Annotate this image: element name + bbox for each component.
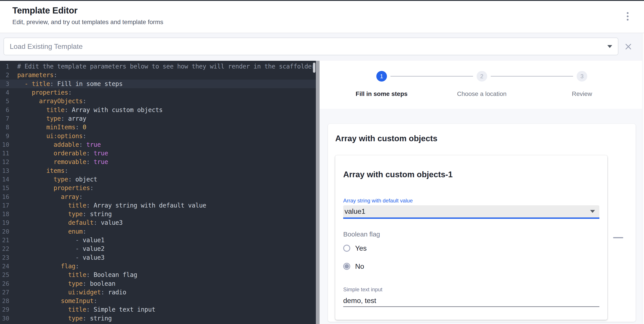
kebab-dot (627, 12, 628, 14)
line-number: 11 (0, 150, 9, 157)
text-input-value: demo, test (343, 296, 600, 304)
code-text: properties: (17, 89, 72, 96)
line-number: 16 (0, 193, 9, 200)
more-options-button[interactable] (623, 12, 632, 21)
code-line-10[interactable]: 10 addable: true (0, 140, 316, 149)
code-line-7[interactable]: 7 type: array (0, 114, 316, 123)
code-line-3[interactable]: 3 - title: Fill in some steps (0, 80, 316, 88)
line-number: 7 (0, 115, 9, 122)
code-line-17[interactable]: 17 title: Array string with default valu… (0, 201, 316, 210)
code-text: title: Boolean flag (17, 271, 137, 278)
code-line-20[interactable]: 20 enum: (0, 227, 316, 236)
code-line-21[interactable]: 21 - value1 (0, 236, 316, 244)
code-line-25[interactable]: 25 title: Boolean flag (0, 270, 316, 279)
stepper-step-2[interactable]: 2Choose a location (432, 71, 532, 98)
code-text: enum: (17, 228, 86, 235)
code-line-15[interactable]: 15 properties: (0, 184, 316, 192)
field-label: Simple text input (343, 286, 600, 293)
code-line-9[interactable]: 9 ui:options: (0, 132, 316, 140)
array-item-title: Array with custom objects-1 (343, 155, 600, 180)
code-text: items: (17, 167, 68, 174)
array-item-card: Array with custom objects-1 Array string… (335, 155, 607, 320)
step-number-badge: 2 (476, 71, 487, 82)
load-existing-template-select[interactable]: Load Existing Template (4, 38, 618, 55)
radio-option-no[interactable]: No (343, 262, 600, 271)
split-pane-divider[interactable] (316, 61, 320, 324)
code-line-28[interactable]: 28 someInput: (0, 296, 316, 305)
line-number: 10 (0, 141, 9, 148)
code-line-8[interactable]: 8 minItems: 0 (0, 123, 316, 132)
code-line-12[interactable]: 12 removable: true (0, 158, 316, 166)
stepper: 1Fill in some steps2Choose a location3Re… (320, 61, 644, 109)
code-line-4[interactable]: 4 properties: (0, 88, 316, 97)
kebab-dot (627, 19, 628, 21)
form-section-card: Array with custom objects Array with cus… (328, 124, 636, 322)
code-line-18[interactable]: 18 type: string (0, 210, 316, 218)
code-text: - title: Fill in some steps (17, 80, 122, 88)
remove-array-item-button[interactable] (613, 232, 624, 243)
step-label: Review (572, 90, 592, 98)
code-line-26[interactable]: 26 type: boolean (0, 279, 316, 288)
code-text: minItems: 0 (17, 124, 86, 131)
stepper-step-3[interactable]: 3Review (532, 71, 632, 98)
code-line-29[interactable]: 29 title: Simple text input (0, 305, 316, 314)
code-line-16[interactable]: 16 array: (0, 192, 316, 201)
code-text: arrayObjects: (17, 98, 86, 105)
line-number: 12 (0, 158, 9, 165)
code-line-2[interactable]: 2parameters: (0, 71, 316, 79)
radio-selected-icon (343, 263, 350, 270)
code-text: flag: (17, 262, 79, 270)
code-text: orderable: true (17, 150, 108, 157)
remove-minus-icon (613, 237, 623, 238)
code-line-22[interactable]: 22 - value2 (0, 244, 316, 253)
line-number: 6 (0, 107, 9, 113)
field-boolean-flag: Boolean flag YesNo (343, 230, 600, 271)
code-line-1[interactable]: 1# Edit the template parameters below to… (0, 62, 316, 71)
code-text: title: Simple text input (17, 306, 155, 313)
form-section-title: Array with custom objects (335, 134, 629, 144)
code-line-24[interactable]: 24 flag: (0, 262, 316, 270)
radio-option-yes[interactable]: Yes (343, 244, 600, 253)
code-text: parameters: (17, 71, 57, 79)
code-text: title: Array string with default value (17, 202, 206, 209)
line-number: 2 (0, 72, 9, 79)
line-number: 18 (0, 211, 9, 217)
line-number: 25 (0, 271, 9, 278)
simple-text-input[interactable]: demo, test (343, 296, 600, 307)
app-header: Template Editor Edit, preview, and try o… (0, 1, 644, 33)
line-number: 15 (0, 185, 9, 191)
field-array-string: Array string with default value value1 (343, 197, 600, 219)
code-line-13[interactable]: 13 items: (0, 166, 316, 175)
page-scrollbar-track[interactable] (642, 33, 644, 324)
line-number: 26 (0, 280, 9, 287)
step-number-badge: 1 (376, 71, 387, 82)
code-line-19[interactable]: 19 default: value3 (0, 218, 316, 227)
line-number: 29 (0, 306, 9, 313)
kebab-dot (627, 16, 628, 17)
editor-scrollbar-thumb[interactable] (313, 63, 315, 73)
code-line-30[interactable]: 30 type: string (0, 314, 316, 323)
close-button[interactable] (624, 43, 632, 51)
code-line-23[interactable]: 23 - value3 (0, 253, 316, 262)
yaml-code-editor[interactable]: 1# Edit the template parameters below to… (0, 61, 316, 324)
stepper-steps: 1Fill in some steps2Choose a location3Re… (332, 71, 632, 98)
editor-lines: 1# Edit the template parameters below to… (0, 62, 316, 323)
line-number: 4 (0, 89, 9, 96)
code-text: ui:options: (17, 132, 86, 140)
close-icon (624, 43, 632, 51)
array-string-select[interactable]: value1 (343, 205, 600, 219)
array-item-row: Array with custom objects-1 Array string… (335, 155, 629, 320)
radio-option-label: No (355, 262, 364, 271)
code-line-27[interactable]: 27 ui:widget: radio (0, 288, 316, 296)
form-area: Array with custom objects Array with cus… (320, 109, 644, 322)
code-line-14[interactable]: 14 type: object (0, 175, 316, 184)
remove-item-column (607, 155, 629, 320)
code-line-6[interactable]: 6 title: Array with custom objects (0, 105, 316, 114)
line-number: 3 (0, 81, 9, 87)
code-line-5[interactable]: 5 arrayObjects: (0, 97, 316, 105)
code-line-11[interactable]: 11 orderable: true (0, 149, 316, 158)
code-text: - value3 (17, 254, 104, 261)
stepper-connector (491, 76, 573, 77)
step-label: Fill in some steps (356, 90, 408, 98)
stepper-step-1[interactable]: 1Fill in some steps (332, 71, 432, 98)
